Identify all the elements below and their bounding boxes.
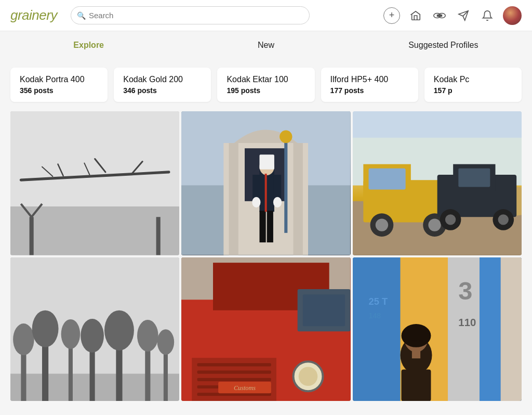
svg-point-29	[252, 197, 261, 208]
svg-point-58	[32, 310, 59, 347]
svg-point-51	[498, 214, 508, 225]
explore-button[interactable]	[431, 7, 448, 24]
photo-red-car[interactable]: Customs	[181, 257, 350, 401]
film-card-0[interactable]: Kodak Portra 400 356 posts	[10, 68, 108, 102]
svg-rect-20	[229, 143, 238, 255]
svg-text:110: 110	[458, 317, 476, 328]
logo[interactable]: grainery	[10, 7, 57, 23]
svg-text:3: 3	[458, 277, 472, 305]
svg-rect-2	[437, 14, 443, 17]
film-card-posts-1: 346 posts	[123, 86, 202, 95]
tab-explore[interactable]: Explore	[0, 41, 177, 53]
header: grainery 🔍 +	[0, 0, 532, 31]
svg-rect-33	[265, 174, 267, 212]
search-bar: 🔍	[71, 6, 310, 24]
svg-text:Customs: Customs	[234, 384, 256, 392]
avatar[interactable]	[503, 6, 522, 25]
svg-rect-26	[260, 154, 274, 169]
svg-rect-75	[197, 370, 271, 373]
svg-point-64	[104, 310, 134, 350]
film-card-3[interactable]: Ilford HP5+ 400 177 posts	[321, 68, 418, 102]
film-card-posts-0: 356 posts	[20, 86, 98, 95]
photo-bw-branches[interactable]	[10, 111, 179, 255]
svg-point-97	[401, 324, 431, 347]
svg-rect-40	[368, 168, 405, 190]
svg-text:25 T: 25 T	[368, 296, 388, 307]
svg-rect-90	[500, 257, 522, 401]
notifications-button[interactable]	[479, 7, 496, 24]
photo-woman[interactable]: 3 110 25 T 148	[353, 257, 522, 401]
svg-rect-98	[401, 369, 431, 401]
svg-point-23	[280, 131, 292, 143]
svg-rect-31	[260, 211, 266, 242]
film-card-1[interactable]: Kodak Gold 200 346 posts	[114, 68, 211, 102]
film-card-posts-4: 157 p	[434, 86, 512, 95]
svg-point-56	[13, 323, 34, 355]
svg-text:148: 148	[368, 311, 381, 319]
svg-point-80	[299, 367, 318, 386]
svg-point-49	[445, 214, 456, 225]
svg-rect-74	[197, 363, 271, 366]
photo-guard[interactable]	[181, 111, 350, 255]
film-card-4[interactable]: Kodak Pc 157 p	[424, 68, 522, 102]
film-cards-row: Kodak Portra 400 356 posts Kodak Gold 20…	[0, 59, 532, 107]
svg-rect-5	[10, 206, 179, 255]
search-icon: 🔍	[77, 11, 86, 20]
header-icons: +	[383, 6, 522, 25]
send-button[interactable]	[455, 7, 472, 24]
tab-suggested-profiles[interactable]: Suggested Profiles	[355, 41, 532, 53]
svg-rect-24	[260, 170, 274, 212]
tab-new[interactable]: New	[177, 41, 354, 53]
svg-point-44	[428, 218, 441, 231]
film-card-name-0: Kodak Portra 400	[20, 75, 98, 84]
photo-grey-trees[interactable]	[10, 257, 179, 401]
photo-grid: Customs 3 110 25 T 148	[0, 107, 532, 401]
svg-point-60	[61, 319, 81, 348]
svg-rect-22	[285, 138, 288, 233]
film-card-name-1: Kodak Gold 200	[123, 75, 202, 84]
svg-rect-21	[294, 143, 303, 255]
svg-point-68	[157, 329, 175, 355]
search-input[interactable]	[71, 6, 310, 24]
svg-point-62	[81, 318, 104, 352]
film-card-name-4: Kodak Pc	[434, 75, 512, 84]
photo-trucks[interactable]	[353, 111, 522, 255]
film-card-2[interactable]: Kodak Ektar 100 195 posts	[217, 68, 314, 102]
svg-rect-76	[197, 378, 271, 381]
film-card-posts-3: 177 posts	[330, 86, 409, 95]
svg-rect-86	[353, 257, 401, 401]
add-button[interactable]: +	[383, 7, 400, 24]
home-button[interactable]	[407, 7, 424, 24]
film-card-name-3: Ilford HP5+ 400	[330, 75, 409, 84]
film-card-name-2: Kodak Ektar 100	[227, 75, 305, 84]
nav-tabs: Explore New Suggested Profiles	[0, 31, 532, 59]
svg-rect-32	[267, 211, 273, 242]
svg-point-30	[273, 197, 282, 208]
svg-point-42	[375, 218, 388, 231]
svg-rect-47	[458, 168, 490, 187]
film-card-posts-2: 195 posts	[227, 86, 305, 95]
svg-point-66	[137, 319, 158, 351]
svg-rect-84	[303, 294, 345, 326]
svg-rect-99	[412, 351, 420, 358]
svg-rect-89	[480, 257, 501, 401]
